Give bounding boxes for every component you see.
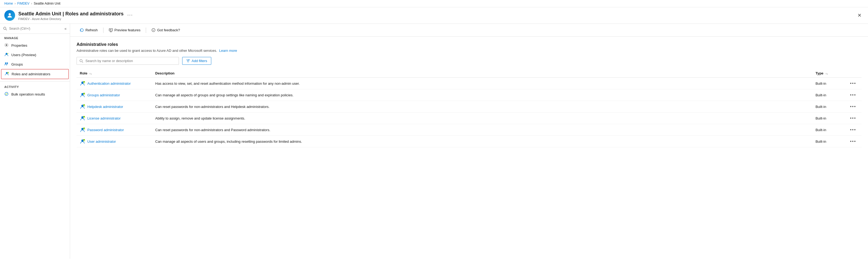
col-description: Description bbox=[152, 69, 812, 78]
breadcrumb-current: Seattle Admin Unit bbox=[34, 2, 60, 5]
svg-point-14 bbox=[154, 30, 154, 30]
description-cell: Ability to assign, remove and update lic… bbox=[152, 113, 812, 124]
svg-point-8 bbox=[6, 72, 7, 74]
svg-point-4 bbox=[6, 53, 7, 55]
sidebar-label-groups: Groups bbox=[11, 62, 23, 66]
header-subtitle: FIMDEV - Azure Active Directory bbox=[18, 17, 855, 21]
sidebar-item-bulk-ops[interactable]: Bulk operation results bbox=[0, 90, 70, 99]
add-filters-button[interactable]: Add filters bbox=[182, 57, 211, 65]
role-name-link[interactable]: Authentication administrator bbox=[87, 82, 131, 86]
actions-cell[interactable]: ••• bbox=[844, 101, 862, 113]
groups-icon bbox=[4, 62, 9, 67]
table-row[interactable]: Helpdesk administrator Can reset passwor… bbox=[76, 101, 862, 113]
feedback-button[interactable]: Got feedback? bbox=[148, 26, 183, 34]
breadcrumb-home[interactable]: Home bbox=[4, 2, 13, 5]
row-more-button[interactable]: ••• bbox=[848, 127, 858, 133]
refresh-icon bbox=[80, 28, 84, 32]
description-cell: Can manage all aspects of groups and gro… bbox=[152, 89, 812, 101]
breadcrumb: Home › FIMDEV › Seattle Admin Unit bbox=[0, 0, 868, 7]
sidebar-item-users[interactable]: Users (Preview) bbox=[0, 50, 70, 60]
table-row[interactable]: User administrator Can manage all aspect… bbox=[76, 136, 862, 147]
search-icon bbox=[3, 27, 7, 30]
svg-point-17 bbox=[188, 59, 189, 60]
search-box[interactable] bbox=[76, 57, 179, 65]
close-button[interactable]: ✕ bbox=[855, 11, 864, 20]
manage-section-label: Manage bbox=[0, 34, 70, 41]
role-sort-icon[interactable]: ↑↓ bbox=[90, 72, 92, 75]
actions-cell[interactable]: ••• bbox=[844, 124, 862, 136]
role-cell: Groups administrator bbox=[76, 89, 152, 101]
description-cell: Can reset passwords for non-administrato… bbox=[152, 124, 812, 136]
svg-point-27 bbox=[82, 128, 84, 130]
breadcrumb-fimdev[interactable]: FIMDEV bbox=[17, 2, 29, 5]
role-icon bbox=[80, 104, 85, 109]
svg-point-12 bbox=[152, 28, 155, 32]
sidebar-item-roles[interactable]: Roles and administrators bbox=[1, 69, 69, 79]
row-more-button[interactable]: ••• bbox=[848, 92, 858, 98]
svg-point-19 bbox=[82, 82, 84, 84]
search-input[interactable] bbox=[9, 27, 62, 30]
svg-line-16 bbox=[82, 61, 83, 63]
roles-table: Role ↑↓ Description Type ↑↓ bbox=[76, 69, 862, 147]
role-icon bbox=[80, 115, 85, 121]
actions-cell[interactable]: ••• bbox=[844, 89, 862, 101]
table-row[interactable]: Password administrator Can reset passwor… bbox=[76, 124, 862, 136]
svg-rect-20 bbox=[83, 81, 85, 82]
role-cell: Password administrator bbox=[76, 124, 152, 136]
header-title-section: Seattle Admin Unit | Roles and administr… bbox=[18, 10, 855, 21]
sidebar-item-properties[interactable]: Properties bbox=[0, 41, 70, 50]
learn-more-link[interactable]: Learn more bbox=[219, 49, 237, 53]
svg-point-0 bbox=[9, 13, 11, 16]
row-more-button[interactable]: ••• bbox=[848, 139, 858, 144]
role-cell: Helpdesk administrator bbox=[76, 101, 152, 113]
preview-features-button[interactable]: Preview features bbox=[106, 26, 144, 34]
breadcrumb-sep2: › bbox=[31, 2, 32, 5]
role-icon bbox=[80, 92, 85, 98]
section-description: Administrative roles can be used to gran… bbox=[76, 49, 862, 53]
search-input-roles[interactable] bbox=[86, 59, 176, 63]
role-icon bbox=[80, 139, 85, 144]
svg-rect-9 bbox=[7, 72, 9, 73]
main-content: Refresh Preview features bbox=[70, 24, 868, 259]
row-more-button[interactable]: ••• bbox=[848, 115, 858, 121]
svg-point-1 bbox=[3, 27, 6, 29]
svg-rect-24 bbox=[83, 105, 85, 106]
type-cell: Built-in bbox=[812, 78, 844, 89]
role-name-link[interactable]: User administrator bbox=[87, 140, 116, 144]
filter-icon bbox=[186, 59, 190, 63]
more-options-button[interactable]: ... bbox=[126, 10, 134, 17]
page-title: Seattle Admin Unit | Roles and administr… bbox=[18, 11, 123, 17]
role-name-link[interactable]: Helpdesk administrator bbox=[87, 105, 123, 109]
table-row[interactable]: License administrator Ability to assign,… bbox=[76, 113, 862, 124]
col-role: Role ↑↓ bbox=[76, 69, 152, 78]
content-area: Administrative roles Administrative role… bbox=[70, 37, 868, 153]
sidebar-item-groups[interactable]: Groups bbox=[0, 60, 70, 69]
search-filter-row: Add filters bbox=[76, 57, 862, 65]
feedback-label: Got feedback? bbox=[157, 28, 180, 32]
breadcrumb-sep1: › bbox=[14, 2, 16, 5]
row-more-button[interactable]: ••• bbox=[848, 80, 858, 86]
type-cell: Built-in bbox=[812, 113, 844, 124]
actions-cell[interactable]: ••• bbox=[844, 78, 862, 89]
collapse-button[interactable]: « bbox=[64, 26, 67, 31]
table-row[interactable]: Groups administrator Can manage all aspe… bbox=[76, 89, 862, 101]
svg-rect-30 bbox=[83, 139, 85, 140]
role-name-link[interactable]: License administrator bbox=[87, 116, 121, 120]
svg-line-2 bbox=[6, 29, 7, 30]
table-row[interactable]: Authentication administrator Has access … bbox=[76, 78, 862, 89]
section-title: Administrative roles bbox=[76, 42, 862, 47]
sidebar: « Manage Properties bbox=[0, 24, 70, 259]
row-more-button[interactable]: ••• bbox=[848, 104, 858, 110]
role-name-link[interactable]: Password administrator bbox=[87, 128, 124, 132]
actions-cell[interactable]: ••• bbox=[844, 136, 862, 147]
refresh-button[interactable]: Refresh bbox=[76, 26, 101, 34]
actions-cell[interactable]: ••• bbox=[844, 113, 862, 124]
role-cell: User administrator bbox=[76, 136, 152, 147]
role-cell: License administrator bbox=[76, 113, 152, 124]
roles-icon bbox=[5, 71, 9, 77]
preview-label: Preview features bbox=[115, 28, 141, 32]
type-sort-icon[interactable]: ↑↓ bbox=[826, 72, 828, 75]
svg-point-18 bbox=[187, 60, 188, 61]
type-cell: Built-in bbox=[812, 136, 844, 147]
role-name-link[interactable]: Groups administrator bbox=[87, 93, 120, 97]
